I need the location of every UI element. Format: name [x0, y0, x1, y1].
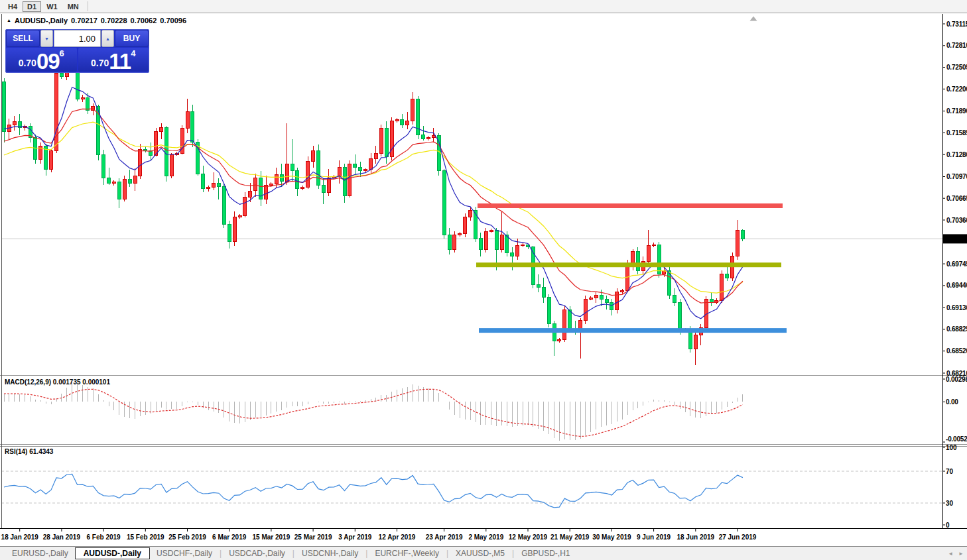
- timeframe-button-w1[interactable]: W1: [42, 1, 62, 12]
- svg-text:0: 0: [946, 522, 950, 529]
- svg-text:28 Jan 2019: 28 Jan 2019: [43, 533, 81, 541]
- svg-text:0.68520: 0.68520: [946, 347, 967, 355]
- svg-text:18 Jan 2019: 18 Jan 2019: [1, 533, 39, 541]
- svg-text:9 Jun 2019: 9 Jun 2019: [637, 533, 671, 541]
- svg-text:0.69440: 0.69440: [946, 282, 967, 289]
- sell-price-tile[interactable]: 0.70 09 6: [6, 48, 77, 72]
- macd-indicator-label: MACD(12,26,9) 0.001735 0.000101: [5, 378, 110, 386]
- collapse-panel-icon[interactable]: ▲: [7, 18, 11, 23]
- svg-text:0.002984: 0.002984: [946, 376, 967, 383]
- svg-text:0.69745: 0.69745: [946, 260, 967, 268]
- chart-tab-bar: EURUSD-,DailyAUDUSD-,DailyUSDCHF-,Daily|…: [0, 546, 967, 560]
- ohlc-close: 0.70096: [160, 17, 186, 25]
- svg-text:6 Mar 2019: 6 Mar 2019: [212, 533, 247, 541]
- volume-input[interactable]: [54, 30, 101, 47]
- resistance-line-red[interactable]: [478, 203, 783, 208]
- time-axis: 18 Jan 201928 Jan 20196 Feb 201915 Feb 2…: [1, 529, 757, 541]
- svg-text:0.70970: 0.70970: [946, 173, 967, 180]
- svg-text:0.71585: 0.71585: [946, 129, 967, 137]
- svg-text:0.71890: 0.71890: [946, 107, 967, 115]
- pane-borders: [0, 14, 967, 529]
- tab-xauusd-m5[interactable]: XAUUSD-,M5: [449, 548, 511, 559]
- svg-text:0.69130: 0.69130: [946, 304, 967, 311]
- rsi-indicator-label: RSI(14) 61.4343: [5, 448, 53, 455]
- svg-text:-0.00525: -0.00525: [946, 435, 967, 443]
- buy-price-pips: 11: [109, 52, 131, 70]
- svg-text:25 Feb 2019: 25 Feb 2019: [168, 533, 206, 541]
- svg-text:0.71280: 0.71280: [946, 151, 967, 158]
- svg-text:0.68825: 0.68825: [946, 325, 967, 333]
- sell-price-pips: 09: [36, 52, 60, 70]
- tab-scroll-left-icon[interactable]: ◄: [948, 551, 953, 557]
- sell-price-fraction: 6: [60, 48, 64, 58]
- macd-signal-line: [4, 389, 743, 436]
- svg-text:23 Apr 2019: 23 Apr 2019: [426, 533, 463, 541]
- chart-title: ▲ AUDUSD-,Daily 0.70217 0.70228 0.70062 …: [7, 17, 186, 25]
- tab-eurusd-daily[interactable]: EURUSD-,Daily: [5, 548, 75, 559]
- svg-text:12 May 2019: 12 May 2019: [509, 533, 548, 541]
- macd-pane: [4, 382, 743, 441]
- tab-usdcnh-daily[interactable]: USDCNH-,Daily: [295, 548, 365, 559]
- svg-text:12 Apr 2019: 12 Apr 2019: [379, 533, 416, 541]
- rsi-line: [4, 474, 743, 508]
- candles: [3, 36, 745, 366]
- chart-symbol-period: AUDUSD-,Daily: [15, 17, 68, 25]
- svg-text:0.73115: 0.73115: [946, 21, 967, 28]
- svg-text:100: 100: [946, 444, 957, 451]
- buy-price-fraction: 4: [131, 48, 135, 58]
- one-click-trading-panel: SELL ▼ ▲ BUY 0.70 09 6 0.70 11 4: [5, 29, 149, 73]
- svg-text:0.72200: 0.72200: [946, 85, 967, 93]
- mid-line-olive[interactable]: [476, 262, 781, 267]
- svg-text:0.70360: 0.70360: [946, 217, 967, 224]
- svg-text:0.70096: 0.70096: [944, 235, 967, 243]
- timeframe-button-h4[interactable]: H4: [3, 1, 22, 12]
- timeframe-button-d1[interactable]: D1: [23, 1, 41, 12]
- price-axis: 0.731150.728100.725050.722000.718900.715…: [942, 21, 967, 377]
- chart-canvas[interactable]: 0.731150.728100.725050.722000.718900.715…: [0, 14, 967, 546]
- svg-text:6 Feb 2019: 6 Feb 2019: [87, 533, 121, 541]
- svg-text:0.72810: 0.72810: [946, 42, 967, 49]
- svg-text:30: 30: [946, 500, 954, 507]
- chart-tabs: EURUSD-,DailyAUDUSD-,DailyUSDCHF-,Daily|…: [5, 548, 577, 559]
- tab-usdchf-daily[interactable]: USDCHF-,Daily: [150, 548, 219, 559]
- volume-increase-button[interactable]: ▲: [101, 30, 114, 47]
- chart-shift-marker-icon[interactable]: [750, 17, 757, 21]
- ohlc-open: 0.70217: [71, 17, 97, 25]
- support-line-blue[interactable]: [479, 328, 787, 333]
- macd-axis: 0.0029840.00-0.00525: [942, 376, 967, 443]
- svg-text:70: 70: [946, 468, 954, 475]
- tab-scroll-right-icon[interactable]: ►: [958, 551, 964, 557]
- svg-text:27 Jun 2019: 27 Jun 2019: [719, 533, 757, 541]
- rsi-axis: 10070300: [942, 444, 957, 529]
- svg-text:0.00: 0.00: [946, 398, 958, 406]
- ohlc-high: 0.70228: [101, 17, 127, 25]
- svg-text:15 Mar 2019: 15 Mar 2019: [253, 533, 290, 541]
- buy-price-tile[interactable]: 0.70 11 4: [78, 48, 149, 72]
- svg-text:30 May 2019: 30 May 2019: [592, 533, 631, 541]
- tab-gbpusd-h1[interactable]: GBPUSD-,H1: [515, 548, 576, 559]
- svg-text:25 Mar 2019: 25 Mar 2019: [294, 533, 332, 541]
- timeframe-toolbar: H4D1W1MN: [0, 0, 967, 13]
- ma-fast-line: [4, 87, 743, 319]
- buy-price-prefix: 0.70: [91, 58, 109, 68]
- tab-eurchf-weekly[interactable]: EURCHF-,Weekly: [368, 548, 445, 559]
- sell-price-prefix: 0.70: [19, 58, 36, 68]
- svg-text:2 May 2019: 2 May 2019: [468, 533, 503, 541]
- tab-usdcad-daily[interactable]: USDCAD-,Daily: [222, 548, 292, 559]
- buy-button[interactable]: BUY: [115, 30, 149, 47]
- toolbar-separator: [88, 1, 88, 11]
- svg-text:3 Apr 2019: 3 Apr 2019: [338, 533, 372, 541]
- timeframe-button-mn[interactable]: MN: [63, 1, 84, 12]
- ohlc-low: 0.70062: [131, 17, 157, 25]
- svg-text:0.70665: 0.70665: [946, 195, 967, 202]
- current-price-badge: 0.70096: [943, 234, 967, 243]
- svg-text:15 Feb 2019: 15 Feb 2019: [127, 533, 164, 541]
- volume-decrease-button[interactable]: ▼: [40, 30, 53, 47]
- svg-text:21 May 2019: 21 May 2019: [550, 533, 590, 541]
- svg-text:18 Jun 2019: 18 Jun 2019: [677, 533, 714, 541]
- sell-button[interactable]: SELL: [6, 30, 40, 47]
- svg-text:0.72505: 0.72505: [946, 64, 967, 71]
- tab-audusd-daily[interactable]: AUDUSD-,Daily: [75, 547, 150, 559]
